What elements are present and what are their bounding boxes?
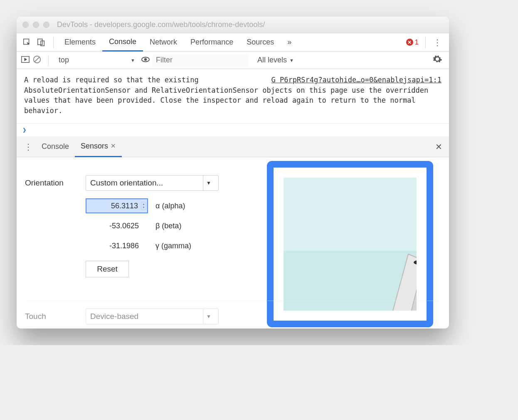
divider (53, 37, 54, 48)
console-output: G P6rpRSr4g?autohide…o=0&enablejsapi=1:1… (17, 69, 449, 123)
minimize-window-button[interactable] (33, 22, 39, 28)
log-level-select[interactable]: All levels ▼ (251, 56, 294, 64)
beta-label: β (beta) (155, 222, 181, 230)
sidebar-toggle-icon[interactable] (21, 55, 30, 66)
alpha-label: α (alpha) (155, 202, 185, 210)
divider (48, 55, 49, 65)
touch-select[interactable]: Device-based ▼ (86, 309, 219, 324)
error-count: 1 (415, 38, 419, 47)
beta-value[interactable]: -53.0625 (86, 222, 148, 230)
svg-line-5 (35, 57, 39, 62)
gamma-label: γ (gamma) (155, 242, 191, 250)
reset-button[interactable]: Reset (86, 261, 129, 277)
chevron-down-icon: ▼ (131, 58, 135, 63)
orientation-select-value: Custom orientation... (90, 175, 203, 190)
window-title: DevTools - developers.google.com/web/too… (57, 20, 443, 29)
drawer-close-icon[interactable]: ✕ (435, 142, 445, 152)
orientation-label: Orientation (25, 175, 75, 188)
inspect-element-icon[interactable] (21, 36, 33, 49)
console-toolbar: top ▼ All levels ▼ (17, 52, 449, 69)
message-source[interactable]: G P6rpRSr4g?autohide…o=0&enablejsapi=1:1 (271, 75, 442, 85)
drawer-tab-console[interactable]: Console (36, 136, 75, 157)
context-select[interactable]: top ▼ (55, 54, 138, 67)
filter-input[interactable] (153, 54, 248, 67)
tab-console[interactable]: Console (102, 33, 143, 52)
tab-elements[interactable]: Elements (58, 33, 102, 52)
tab-performance[interactable]: Performance (184, 33, 240, 52)
maximize-window-button[interactable] (43, 22, 49, 28)
main-toolbar: Elements Console Network Performance Sou… (17, 33, 449, 52)
device-toggle-icon[interactable] (35, 36, 47, 49)
clear-console-icon[interactable] (32, 55, 42, 66)
levels-label: All levels (257, 56, 287, 64)
phone-stage[interactable] (284, 178, 417, 311)
titlebar: DevTools - developers.google.com/web/too… (17, 17, 449, 33)
error-badge[interactable]: ✕ 1 (404, 38, 421, 47)
alpha-input[interactable] (86, 198, 148, 213)
orientation-select[interactable]: Custom orientation... ▼ (86, 175, 219, 191)
chevron-down-icon: ▼ (203, 180, 214, 186)
kebab-icon[interactable]: ⋮ (430, 37, 445, 47)
close-window-button[interactable] (22, 22, 29, 28)
svg-point-7 (144, 58, 147, 60)
sensors-panel: Orientation Custom orientation... ▼ ▲▼ α… (17, 157, 449, 329)
svg-rect-1 (38, 39, 42, 44)
touch-label: Touch (25, 309, 75, 321)
stepper-icon[interactable]: ▲▼ (141, 202, 146, 210)
traffic-lights (22, 22, 49, 28)
tab-more[interactable]: » (281, 33, 298, 52)
drawer-tab-sensors[interactable]: Sensors ✕ (75, 136, 122, 157)
gamma-value[interactable]: -31.1986 (86, 242, 148, 250)
chevron-down-icon: ▼ (289, 58, 294, 63)
eye-icon[interactable] (141, 55, 150, 66)
tab-network[interactable]: Network (143, 33, 184, 52)
divider (425, 37, 426, 48)
error-icon: ✕ (406, 39, 413, 46)
gear-icon[interactable] (430, 54, 445, 67)
chevron-down-icon: ▼ (203, 314, 214, 319)
devtools-window: DevTools - developers.google.com/web/too… (17, 17, 449, 329)
close-icon[interactable]: ✕ (111, 142, 116, 150)
console-prompt[interactable]: ❯ (17, 123, 449, 136)
drawer-kebab-icon[interactable]: ⋮ (21, 142, 36, 152)
tab-sources[interactable]: Sources (240, 33, 281, 52)
drawer-tabbar: ⋮ Console Sensors ✕ ✕ (17, 136, 449, 157)
context-value: top (59, 56, 69, 64)
touch-select-value: Device-based (90, 309, 203, 324)
drawer-tab-label: Sensors (81, 142, 108, 151)
